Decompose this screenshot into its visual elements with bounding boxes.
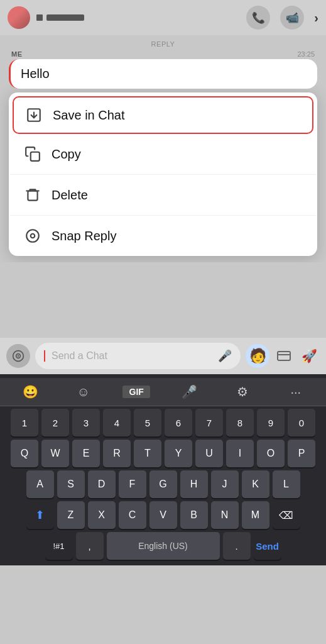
- key-r[interactable]: R: [103, 440, 131, 467]
- message-bubble-wrap: ME 23:25 Hello: [9, 50, 317, 89]
- top-bar: 📞 📹 ›: [0, 0, 326, 35]
- svg-rect-2: [31, 152, 40, 161]
- context-menu: Save in Chat Copy Delete: [9, 92, 317, 256]
- context-menu-save-in-chat[interactable]: Save in Chat: [13, 96, 313, 134]
- video-call-button[interactable]: 📹: [280, 6, 304, 30]
- chat-input[interactable]: Send a Chat 🎤: [35, 343, 241, 369]
- message-time: 23:25: [297, 50, 315, 58]
- input-bar: Send a Chat 🎤 🧑 🚀: [0, 338, 326, 374]
- keyboard-rows: 1 2 3 4 5 6 7 8 9 0 Q W E R T Y U I O P …: [0, 406, 326, 560]
- svg-point-4: [26, 230, 39, 242]
- key-m[interactable]: M: [242, 501, 269, 529]
- key-h[interactable]: H: [180, 470, 208, 498]
- rocket-button[interactable]: 🚀: [298, 345, 320, 367]
- snap-reply-icon: [24, 227, 41, 245]
- key-g[interactable]: G: [149, 470, 177, 498]
- username-dot: [36, 14, 43, 21]
- message-sender: ME: [11, 50, 23, 58]
- key-x[interactable]: X: [88, 501, 116, 529]
- keyboard-toolbar: 😀 ☺ GIF 🎤 ⚙ ···: [0, 378, 326, 406]
- more-icon[interactable]: ···: [282, 385, 310, 399]
- delete-button[interactable]: ⌫: [273, 501, 300, 529]
- context-menu-copy[interactable]: Copy: [10, 134, 316, 175]
- key-4[interactable]: 4: [103, 409, 131, 436]
- shift-arrow-icon: ⬆: [35, 508, 45, 522]
- message-bubble: Hello: [9, 59, 317, 89]
- gif-icon[interactable]: GIF: [122, 386, 150, 398]
- key-comma[interactable]: ,: [76, 532, 104, 560]
- symbols-button[interactable]: !#1: [45, 532, 73, 560]
- key-t[interactable]: T: [134, 440, 161, 467]
- top-bar-right: 📞 📹 ›: [246, 6, 318, 30]
- key-l[interactable]: L: [273, 470, 300, 498]
- key-period[interactable]: .: [223, 532, 251, 560]
- key-c[interactable]: C: [119, 501, 146, 529]
- context-menu-snap-reply[interactable]: Snap Reply: [10, 216, 316, 256]
- mic-toolbar-icon[interactable]: 🎤: [176, 384, 204, 399]
- card-button[interactable]: [273, 345, 295, 367]
- svg-rect-8: [278, 352, 290, 360]
- svg-point-5: [31, 234, 35, 238]
- key-5[interactable]: 5: [134, 409, 161, 436]
- phone-call-button[interactable]: 📞: [246, 6, 270, 30]
- video-icon: 📹: [286, 11, 299, 25]
- key-w[interactable]: W: [41, 440, 69, 467]
- key-o[interactable]: O: [257, 440, 285, 467]
- key-z[interactable]: Z: [57, 501, 85, 529]
- key-e[interactable]: E: [72, 440, 100, 467]
- key-6[interactable]: 6: [165, 409, 192, 436]
- key-d[interactable]: D: [88, 470, 116, 498]
- a-row: A S D F G H J K L: [3, 470, 323, 498]
- input-bar-icons: 🧑 🚀: [246, 344, 320, 368]
- context-menu-delete[interactable]: Delete: [10, 175, 316, 216]
- message-text: Hello: [21, 67, 50, 80]
- key-f[interactable]: F: [119, 470, 146, 498]
- settings-icon[interactable]: ⚙: [229, 384, 256, 399]
- key-u[interactable]: U: [195, 440, 223, 467]
- key-q[interactable]: Q: [11, 440, 38, 467]
- svg-rect-3: [28, 191, 37, 201]
- key-n[interactable]: N: [211, 501, 239, 529]
- send-button[interactable]: Send: [254, 532, 281, 560]
- key-b[interactable]: B: [180, 501, 208, 529]
- chevron-right-icon[interactable]: ›: [314, 11, 318, 25]
- shift-button[interactable]: ⬆: [26, 501, 54, 529]
- save-in-chat-label: Save in Chat: [53, 108, 125, 123]
- svg-point-7: [18, 355, 19, 357]
- key-y[interactable]: Y: [165, 440, 192, 467]
- username-bar: [46, 14, 84, 21]
- emoji-smiley-icon[interactable]: ☺: [70, 385, 97, 399]
- key-k[interactable]: K: [242, 470, 269, 498]
- key-2[interactable]: 2: [41, 409, 69, 436]
- key-8[interactable]: 8: [226, 409, 254, 436]
- delete-label: Delete: [52, 188, 88, 203]
- avatar[interactable]: [8, 6, 30, 29]
- chat-area: REPLY ME 23:25 Hello Save in Chat: [0, 35, 326, 256]
- snap-reply-label: Snap Reply: [52, 229, 116, 243]
- camera-button[interactable]: [6, 344, 30, 368]
- key-j[interactable]: J: [211, 470, 239, 498]
- emoji-bitmoji-icon[interactable]: 😀: [16, 384, 44, 399]
- key-3[interactable]: 3: [72, 409, 100, 436]
- q-row: Q W E R T Y U I O P: [3, 440, 323, 467]
- key-1[interactable]: 1: [11, 409, 38, 436]
- mic-icon[interactable]: 🎤: [218, 349, 232, 363]
- phone-icon: 📞: [252, 11, 265, 25]
- reply-label: REPLY: [9, 40, 317, 48]
- key-s[interactable]: S: [57, 470, 85, 498]
- key-v[interactable]: V: [149, 501, 177, 529]
- bitmoji-button[interactable]: 🧑: [246, 344, 269, 368]
- key-0[interactable]: 0: [288, 409, 315, 436]
- key-i[interactable]: I: [226, 440, 254, 467]
- key-9[interactable]: 9: [257, 409, 285, 436]
- key-7[interactable]: 7: [195, 409, 223, 436]
- copy-icon: [24, 145, 41, 163]
- delete-icon: [24, 186, 41, 204]
- cursor: [44, 350, 45, 362]
- top-bar-left: [8, 6, 84, 29]
- key-a[interactable]: A: [26, 470, 54, 498]
- z-row: ⬆ Z X C V B N M ⌫: [3, 501, 323, 529]
- key-p[interactable]: P: [288, 440, 315, 467]
- space-button[interactable]: English (US): [107, 532, 220, 560]
- keyboard: 😀 ☺ GIF 🎤 ⚙ ··· 1 2 3 4 5 6 7 8 9 0 Q W …: [0, 374, 326, 565]
